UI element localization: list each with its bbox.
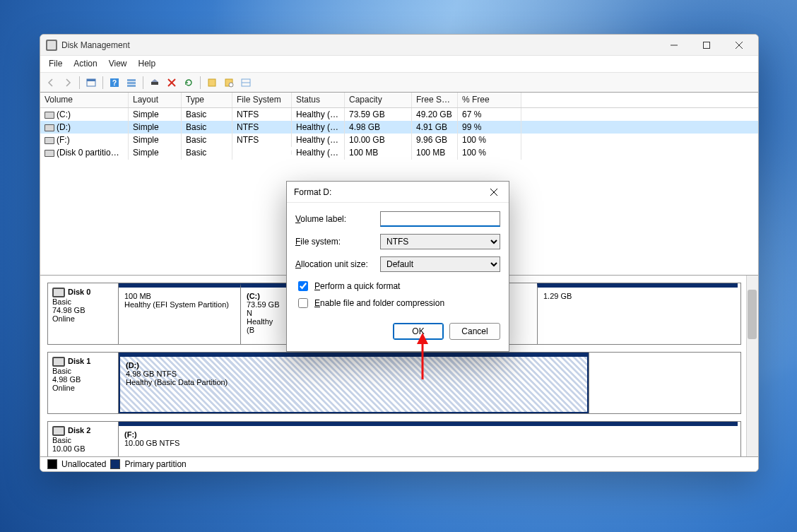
menu-view[interactable]: View: [103, 56, 133, 72]
disk-row: Disk 2Basic10.00 GB(F:)10.00 GB NTFS: [47, 421, 741, 457]
partition[interactable]: (F:)10.00 GB NTFS: [119, 422, 738, 457]
volume-table-header: Volume Layout Type File System Status Ca…: [40, 93, 758, 108]
ok-button[interactable]: OK: [393, 323, 444, 340]
legend-swatch-unallocated: [47, 459, 57, 469]
svg-rect-14: [208, 79, 216, 86]
format-dialog: Format D: Volume label: File system: NTF…: [286, 181, 509, 352]
app-icon: [46, 40, 57, 51]
allocation-select[interactable]: Default: [380, 256, 500, 272]
svg-rect-5: [87, 79, 95, 81]
menu-help[interactable]: Help: [133, 56, 162, 72]
svg-rect-10: [127, 85, 136, 87]
refresh-icon[interactable]: [181, 75, 196, 90]
delete-icon[interactable]: [164, 75, 179, 90]
quick-format-checkbox[interactable]: [298, 281, 308, 291]
cancel-button[interactable]: Cancel: [449, 323, 500, 340]
show-hide-console-tree-icon[interactable]: [83, 75, 99, 90]
legend-swatch-primary: [110, 459, 120, 469]
menubar: File Action View Help: [40, 56, 758, 73]
svg-rect-8: [127, 79, 136, 81]
minimize-button[interactable]: [658, 35, 690, 56]
file-system-select[interactable]: NTFS: [380, 234, 500, 249]
window-title: Disk Management: [61, 40, 130, 50]
col-layout[interactable]: Layout: [129, 93, 182, 107]
menu-file[interactable]: File: [43, 56, 68, 72]
table-row[interactable]: (Disk 0 partition 1)SimpleBasicHealthy (…: [40, 146, 758, 159]
legend-primary: Primary partition: [124, 459, 186, 469]
action-icon[interactable]: [147, 75, 163, 90]
back-button[interactable]: [43, 75, 59, 90]
properties-icon[interactable]: [221, 75, 237, 90]
dialog-close-button[interactable]: [483, 182, 504, 202]
compression-label[interactable]: Enable file and folder compression: [314, 298, 444, 308]
maximize-button[interactable]: [690, 35, 723, 56]
disk-row: Disk 1Basic4.98 GBOnline(D:)4.98 GB NTFS…: [47, 352, 741, 414]
menu-action[interactable]: Action: [68, 56, 102, 72]
forward-button[interactable]: [60, 75, 76, 90]
quick-format-label[interactable]: Perform a quick format: [314, 281, 400, 291]
col-type[interactable]: Type: [182, 93, 232, 107]
volume-label-input[interactable]: [380, 211, 500, 227]
dialog-title: Format D:: [294, 187, 483, 197]
titlebar: Disk Management: [40, 35, 758, 56]
new-icon[interactable]: [204, 75, 220, 90]
svg-rect-1: [704, 42, 710, 48]
col-status[interactable]: Status: [292, 93, 345, 107]
scrollbar-thumb[interactable]: [748, 290, 757, 339]
partition[interactable]: (C:)73.59 GB NHealthy (B: [240, 283, 286, 344]
svg-rect-11: [151, 82, 158, 85]
toolbar: ?: [40, 73, 758, 93]
table-row[interactable]: (D:)SimpleBasicNTFSHealthy (B...4.98 GB4…: [40, 121, 758, 134]
col-volume[interactable]: Volume: [40, 93, 129, 107]
table-row[interactable]: (C:)SimpleBasicNTFSHealthy (B...73.59 GB…: [40, 108, 758, 121]
legend-unallocated: Unallocated: [61, 459, 106, 469]
partition[interactable]: 1.29 GB: [537, 283, 738, 344]
help-icon[interactable]: ?: [107, 75, 122, 90]
file-system-label: File system:: [295, 237, 380, 247]
col-pctfree[interactable]: % Free: [458, 93, 521, 107]
svg-point-16: [229, 83, 233, 87]
volume-label-label: Volume label:: [295, 214, 380, 224]
col-freespace[interactable]: Free Spa...: [412, 93, 458, 107]
partition[interactable]: 100 MBHealthy (EFI System Partition): [119, 283, 240, 344]
partition[interactable]: [589, 353, 738, 413]
settings-list-icon[interactable]: [124, 75, 139, 90]
table-row[interactable]: (F:)SimpleBasicNTFSHealthy (P...10.00 GB…: [40, 134, 758, 146]
scrollbar-track[interactable]: [746, 276, 758, 456]
partition[interactable]: (D:)4.98 GB NTFSHealthy (Basic Data Part…: [119, 353, 589, 413]
toggle-bottom-panel-icon[interactable]: [238, 75, 254, 90]
svg-rect-9: [127, 82, 136, 84]
legend: Unallocated Primary partition: [40, 457, 758, 471]
close-button[interactable]: [723, 35, 755, 56]
col-capacity[interactable]: Capacity: [345, 93, 412, 107]
compression-checkbox[interactable]: [298, 298, 308, 308]
svg-text:?: ?: [112, 79, 117, 87]
col-filesystem[interactable]: File System: [232, 93, 292, 107]
dialog-titlebar: Format D:: [287, 182, 509, 203]
allocation-label: Allocation unit size:: [295, 259, 380, 269]
